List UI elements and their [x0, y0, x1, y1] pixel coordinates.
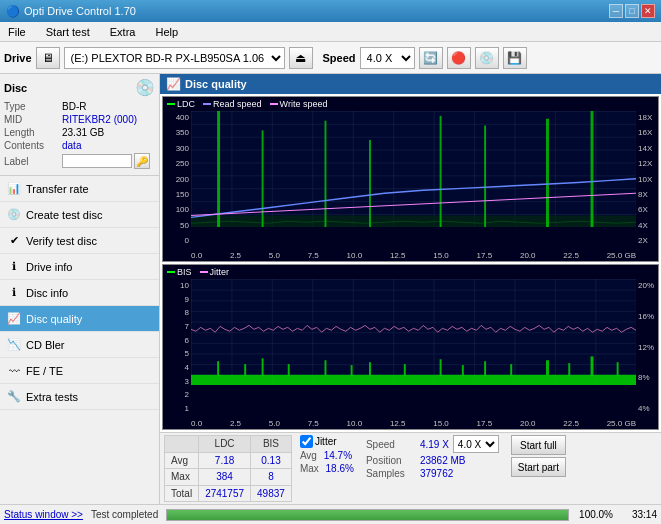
toolbar: Drive 🖥 (E:) PLEXTOR BD-R PX-LB950SA 1.0…	[0, 42, 661, 74]
top-chart-x-axis: 0.0 2.5 5.0 7.5 10.0 12.5 15.0 17.5 20.0…	[191, 251, 636, 260]
chart-header-icon: 📈	[166, 77, 181, 91]
position-label: Position	[366, 455, 416, 466]
speed-selector[interactable]: 4.0 X	[360, 47, 415, 69]
stats-col-bis: BIS	[251, 436, 292, 453]
drive-label: Drive	[4, 52, 32, 64]
nav-drive-info-label: Drive info	[26, 261, 72, 273]
chart-header: 📈 Disc quality	[160, 74, 661, 94]
titlebar-title: 🔵 Opti Drive Control 1.70	[6, 5, 136, 18]
nav-item-fe-te[interactable]: 〰 FE / TE	[0, 358, 159, 384]
speed-select-stat[interactable]: 4.0 X	[453, 435, 499, 453]
menubar: File Start test Extra Help	[0, 22, 661, 42]
start-part-button[interactable]: Start part	[511, 457, 566, 477]
svg-rect-22	[440, 359, 442, 385]
menu-start-test[interactable]: Start test	[42, 24, 94, 40]
disc-button[interactable]: 💿	[475, 47, 499, 69]
nav-transfer-rate-label: Transfer rate	[26, 183, 89, 195]
disc-contents-label: Contents	[4, 140, 62, 151]
nav-create-test-disc-label: Create test disc	[26, 209, 102, 221]
jitter-label: Jitter	[315, 436, 337, 447]
legend-jitter: Jitter	[200, 267, 230, 277]
drive-icon-button[interactable]: 🖥	[36, 47, 60, 69]
write-speed-legend-color	[270, 103, 278, 105]
nav-item-extra-tests[interactable]: 🔧 Extra tests	[0, 384, 159, 410]
drive-selector[interactable]: (E:) PLEXTOR BD-R PX-LB950SA 1.06	[64, 47, 285, 69]
stats-col-empty	[165, 436, 199, 453]
progress-percent: 100.0%	[577, 509, 613, 520]
nav-item-drive-info[interactable]: ℹ Drive info	[0, 254, 159, 280]
stats-max-ldc: 384	[199, 469, 251, 486]
disc-quality-icon: 📈	[6, 311, 22, 327]
stats-avg-jitter-value: 14.7%	[324, 450, 352, 461]
nav-item-disc-quality[interactable]: 📈 Disc quality	[0, 306, 159, 332]
top-chart-y-right: 18X 16X 14X 12X 10X 8X 6X 4X 2X	[636, 113, 658, 245]
disc-panel-title: Disc	[4, 82, 27, 94]
bottom-chart-y-right: 20% 16% 12% 8% 4%	[636, 281, 658, 413]
refresh-button[interactable]: 🔄	[419, 47, 443, 69]
disc-panel: Disc 💿 Type BD-R MID RITEKBR2 (000) Leng…	[0, 74, 159, 176]
position-value: 23862 MB	[420, 455, 480, 466]
svg-rect-29	[617, 362, 619, 385]
status-window-button[interactable]: Status window >>	[4, 509, 83, 520]
menu-file[interactable]: File	[4, 24, 30, 40]
fe-te-icon: 〰	[6, 363, 22, 379]
start-full-button[interactable]: Start full	[511, 435, 566, 455]
legend-ldc: LDC	[167, 99, 195, 109]
speed-label-stat: Speed	[366, 439, 416, 450]
stats-avg-label: Avg	[165, 452, 199, 469]
jitter-checkbox-row: Jitter	[300, 435, 354, 448]
legend-bis: BIS	[167, 267, 192, 277]
svg-rect-19	[351, 365, 353, 385]
disc-label-button[interactable]: 🔑	[134, 153, 150, 169]
jitter-checkbox[interactable]	[300, 435, 313, 448]
nav-cd-bler-label: CD Bler	[26, 339, 65, 351]
svg-rect-26	[546, 360, 549, 385]
bis-legend-label: BIS	[177, 267, 192, 277]
stats-col-ldc: LDC	[199, 436, 251, 453]
svg-rect-14	[217, 361, 219, 385]
svg-rect-2	[191, 215, 636, 227]
progress-bar-fill	[167, 510, 568, 520]
stats-area: LDC BIS Avg 7.18 0.13 Max 384 8 Total 27…	[160, 432, 661, 504]
nav-item-cd-bler[interactable]: 📉 CD Bler	[0, 332, 159, 358]
nav-item-transfer-rate[interactable]: 📊 Transfer rate	[0, 176, 159, 202]
disc-mid-label: MID	[4, 114, 62, 125]
burn-button[interactable]: 🔴	[447, 47, 471, 69]
nav-verify-test-disc-label: Verify test disc	[26, 235, 97, 247]
nav-fe-te-label: FE / TE	[26, 365, 63, 377]
svg-rect-27	[568, 363, 570, 385]
content-area: 📈 Disc quality LDC Read speed	[160, 74, 661, 504]
disc-contents-value: data	[62, 140, 81, 151]
menu-help[interactable]: Help	[151, 24, 182, 40]
svg-rect-3	[217, 111, 220, 227]
close-button[interactable]: ✕	[641, 4, 655, 18]
stats-row-avg: Avg 7.18 0.13	[165, 452, 292, 469]
save-button[interactable]: 💾	[503, 47, 527, 69]
disc-label-label: Label	[4, 156, 62, 167]
disc-panel-icon: 💿	[135, 78, 155, 97]
nav-disc-info-label: Disc info	[26, 287, 68, 299]
bis-legend-color	[167, 271, 175, 273]
menu-extra[interactable]: Extra	[106, 24, 140, 40]
stats-row-total: Total 2741757 49837	[165, 485, 292, 502]
nav-item-create-test-disc[interactable]: 💿 Create test disc	[0, 202, 159, 228]
write-speed-legend-label: Write speed	[280, 99, 328, 109]
eject-button[interactable]: ⏏	[289, 47, 313, 69]
maximize-button[interactable]: □	[625, 4, 639, 18]
nav-item-disc-info[interactable]: ℹ Disc info	[0, 280, 159, 306]
stats-max-jitter-row: Max 18.6%	[300, 463, 354, 474]
top-chart-legend: LDC Read speed Write speed	[167, 99, 327, 109]
svg-rect-25	[510, 364, 512, 385]
nav-item-verify-test-disc[interactable]: ✔ Verify test disc	[0, 228, 159, 254]
disc-label-input[interactable]	[62, 154, 132, 168]
stats-avg-jitter-label: Avg	[300, 450, 317, 461]
disc-length-value: 23.31 GB	[62, 127, 104, 138]
stats-table: LDC BIS Avg 7.18 0.13 Max 384 8 Total 27…	[164, 435, 292, 502]
read-speed-legend-label: Read speed	[213, 99, 262, 109]
titlebar-controls: ─ □ ✕	[609, 4, 655, 18]
stats-total-ldc: 2741757	[199, 485, 251, 502]
minimize-button[interactable]: ─	[609, 4, 623, 18]
svg-rect-20	[369, 362, 371, 385]
top-chart-svg	[191, 111, 636, 227]
charts-area: LDC Read speed Write speed 400 350 300	[160, 94, 661, 432]
